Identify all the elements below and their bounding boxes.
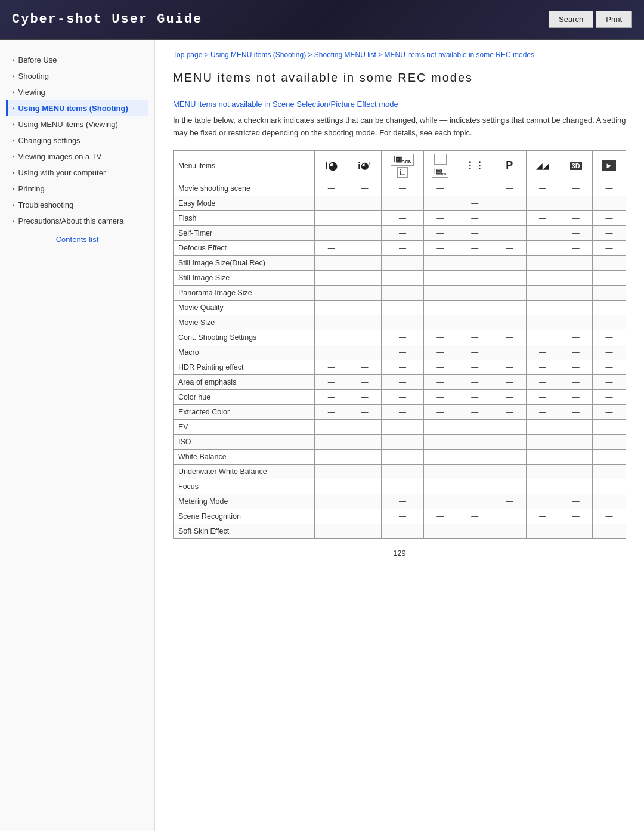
table-cell: — (559, 389, 593, 404)
table-cell (348, 330, 382, 345)
sidebar-item-using-menu-viewing[interactable]: Using MENU items (Viewing) (6, 116, 148, 132)
sidebar-item-viewing[interactable]: Viewing (6, 84, 148, 100)
main-content: Top page > Using MENU items (Shooting) >… (155, 40, 644, 831)
table-cell (526, 524, 559, 538)
print-button[interactable]: Print (596, 11, 632, 28)
table-cell (423, 419, 457, 434)
table-cell (493, 315, 526, 330)
table-cell-label: Still Image Size (174, 270, 315, 285)
sidebar-item-using-menu-shooting[interactable]: Using MENU items (Shooting) (6, 100, 148, 116)
search-button[interactable]: Search (549, 11, 593, 28)
table-cell (348, 419, 382, 434)
table-cell: — (593, 270, 626, 285)
table-cell: — (381, 479, 423, 494)
table-cell: — (457, 449, 493, 464)
table-cell (457, 255, 493, 270)
table-cell: — (526, 374, 559, 389)
table-cell (526, 330, 559, 345)
table-cell: — (315, 181, 348, 196)
table-cell (348, 345, 382, 360)
breadcrumb-current[interactable]: MENU items not available in some REC mod… (385, 51, 534, 59)
sidebar-item-shooting[interactable]: Shooting (6, 68, 148, 84)
table-cell: — (526, 389, 559, 404)
table-header-col7: ◢◢ (526, 150, 559, 181)
table-cell: — (315, 404, 348, 419)
table-cell (423, 449, 457, 464)
table-cell: — (457, 270, 493, 285)
table-cell: — (381, 509, 423, 524)
app-title: Cyber-shot User Guide (12, 12, 202, 27)
table-cell: — (457, 225, 493, 240)
sub-link[interactable]: MENU items not available in Scene Select… (173, 100, 626, 109)
table-cell (315, 509, 348, 524)
table-cell: — (493, 434, 526, 449)
contents-list-link[interactable]: Contents list (6, 229, 148, 246)
table-cell: — (381, 434, 423, 449)
table-cell (348, 479, 382, 494)
table-cell: — (559, 285, 593, 300)
table-cell: — (593, 285, 626, 300)
table-cell: — (457, 509, 493, 524)
table-cell: — (526, 285, 559, 300)
table-cell (423, 494, 457, 509)
table-cell (493, 449, 526, 464)
table-cell: — (493, 494, 526, 509)
breadcrumb-using-menu-shooting[interactable]: Using MENU items (Shooting) (210, 51, 306, 59)
table-row: Scene Recognition—————— (174, 509, 626, 524)
table-cell (315, 270, 348, 285)
table-cell (348, 494, 382, 509)
table-cell (559, 524, 593, 538)
table-cell (593, 196, 626, 210)
table-cell (315, 494, 348, 509)
table-cell (348, 524, 382, 538)
table-cell: — (315, 374, 348, 389)
table-cell: — (348, 285, 382, 300)
sidebar-item-troubleshooting[interactable]: Troubleshooting (6, 197, 148, 213)
table-cell: — (593, 389, 626, 404)
table-cell (381, 255, 423, 270)
table-row: Movie shooting scene———————— (174, 181, 626, 196)
table-cell: — (593, 404, 626, 419)
sidebar-item-precautions[interactable]: Precautions/About this camera (6, 213, 148, 229)
table-cell: — (559, 449, 593, 464)
table-cell (593, 524, 626, 538)
table-cell (348, 210, 382, 225)
breadcrumb-shooting-menu-list[interactable]: Shooting MENU list (314, 51, 376, 59)
header-buttons: Search Print (549, 11, 632, 28)
table-cell: — (381, 389, 423, 404)
table-row: Soft Skin Effect (174, 524, 626, 538)
table-cell: — (526, 345, 559, 360)
sidebar-item-label: Using MENU items (Viewing) (18, 120, 118, 129)
table-cell-label: Panorama Image Size (174, 285, 315, 300)
table-cell: — (381, 270, 423, 285)
table-cell (423, 464, 457, 479)
table-cell (315, 300, 348, 315)
table-cell: — (423, 374, 457, 389)
table-cell (526, 449, 559, 464)
sidebar-item-changing-settings[interactable]: Changing settings (6, 132, 148, 148)
table-cell (381, 285, 423, 300)
sidebar-item-viewing-tv[interactable]: Viewing images on a TV (6, 148, 148, 165)
table-cell-label: Metering Mode (174, 494, 315, 509)
table-cell (593, 300, 626, 315)
table-cell: — (423, 330, 457, 345)
table-cell (348, 196, 382, 210)
breadcrumb-top[interactable]: Top page (173, 51, 202, 59)
table-row: Defocus Effect——————— (174, 240, 626, 255)
table-cell: — (457, 330, 493, 345)
table-cell: — (381, 225, 423, 240)
table-cell (315, 196, 348, 210)
table-cell: — (526, 509, 559, 524)
table-cell: — (559, 345, 593, 360)
sidebar-item-printing[interactable]: Printing (6, 181, 148, 197)
table-cell: — (493, 404, 526, 419)
table-cell: — (457, 389, 493, 404)
sidebar-item-using-computer[interactable]: Using with your computer (6, 165, 148, 181)
table-cell (423, 285, 457, 300)
table-cell: — (457, 360, 493, 374)
table-cell (526, 240, 559, 255)
table-cell (526, 419, 559, 434)
table-cell (526, 494, 559, 509)
sidebar-item-before-use[interactable]: Before Use (6, 52, 148, 68)
table-cell: — (593, 434, 626, 449)
